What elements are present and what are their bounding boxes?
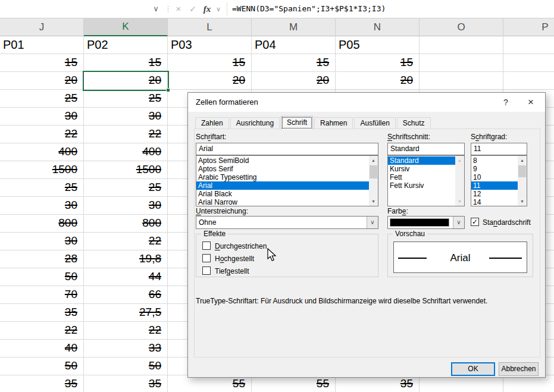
font-style-list[interactable]: StandardKursivFettFett Kursiv ▲ ▼ (387, 155, 465, 206)
list-item[interactable]: 14 (471, 198, 518, 206)
cell[interactable]: 25 (84, 179, 168, 197)
effect-checkbox[interactable] (202, 266, 211, 275)
cell[interactable]: 44 (84, 268, 168, 286)
cell[interactable]: 1500 (0, 161, 84, 179)
name-box[interactable] (0, 0, 150, 18)
cell[interactable]: P01 (0, 36, 84, 54)
font-list-scrollbar[interactable]: ▲ ▼ (369, 156, 378, 206)
cell[interactable]: 25 (0, 179, 84, 197)
column-header-O[interactable]: O (420, 18, 503, 36)
cell[interactable]: P05 (336, 36, 420, 54)
chevron-down-icon[interactable]: ∨ (367, 217, 378, 228)
list-item[interactable]: Arial Black (196, 190, 369, 198)
cell[interactable]: 50 (0, 268, 84, 286)
cell[interactable]: 22 (84, 233, 168, 250)
font-size-list[interactable]: 8910111214 ▲ ▼ (471, 155, 527, 206)
cell[interactable] (420, 36, 503, 54)
tab-ausfüllen[interactable]: Ausfüllen (354, 117, 395, 129)
cell[interactable]: 55 (168, 375, 252, 392)
column-header-M[interactable]: M (252, 18, 336, 36)
column-header-P[interactable]: P (503, 18, 554, 36)
formula-input[interactable]: =WENN(D3="Spanien";I3+$P$1*I3;I3) (232, 0, 554, 18)
cell[interactable]: 30 (84, 108, 168, 126)
cell[interactable] (503, 54, 554, 72)
cell[interactable]: 27,5 (84, 304, 168, 322)
list-item[interactable]: Arial Narrow (196, 198, 369, 206)
tab-zahlen[interactable]: Zahlen (195, 117, 229, 129)
cell[interactable]: 15 (0, 54, 84, 72)
font-list[interactable]: Aptos SemiBoldAptos SerifArabic Typesett… (196, 155, 378, 206)
list-item[interactable]: 8 (471, 156, 518, 165)
cell[interactable]: 800 (84, 215, 168, 233)
scroll-up-icon[interactable]: ▲ (369, 156, 378, 165)
cell[interactable]: 70 (0, 286, 84, 304)
cell[interactable]: 20 (252, 72, 336, 90)
cell[interactable]: 1500 (84, 161, 168, 179)
cell[interactable]: 30 (0, 233, 84, 250)
scrollbar-thumb[interactable] (518, 165, 526, 177)
standard-font-checkbox[interactable]: ✓ (471, 218, 479, 226)
cell[interactable]: 22 (84, 322, 168, 340)
cell[interactable]: 55 (252, 375, 336, 392)
cell[interactable]: 15 (252, 54, 336, 72)
list-item[interactable]: Kursiv (388, 165, 455, 173)
cell[interactable]: 400 (0, 143, 84, 161)
cell[interactable]: 33 (84, 340, 168, 357)
cell[interactable]: 35 (84, 375, 168, 392)
column-header-L[interactable]: L (168, 18, 252, 36)
cell[interactable] (420, 375, 503, 392)
cell[interactable]: 35 (0, 375, 84, 392)
cell[interactable]: 15 (84, 54, 168, 72)
column-header-J[interactable]: J (0, 18, 84, 36)
cancel-button[interactable]: Abbrechen (499, 362, 539, 376)
underline-combobox[interactable]: Ohne ∨ (196, 216, 378, 229)
chevron-down-icon[interactable]: ∨ (453, 217, 464, 228)
list-item[interactable]: Fett Kursiv (388, 181, 455, 190)
cell[interactable]: 20 (0, 72, 84, 90)
cell[interactable] (503, 36, 554, 54)
tab-schrift[interactable]: Schrift (281, 116, 313, 130)
ok-button[interactable]: OK (451, 362, 495, 376)
scroll-down-icon[interactable]: ▼ (369, 197, 378, 206)
cell[interactable]: 20 (336, 72, 420, 90)
tab-schutz[interactable]: Schutz (397, 117, 431, 129)
column-header-K[interactable]: K (84, 18, 168, 36)
cell[interactable]: 20 (168, 72, 252, 90)
cell[interactable]: 22 (84, 126, 168, 143)
cell[interactable]: 15 (168, 54, 252, 72)
tab-rahmen[interactable]: Rahmen (314, 117, 353, 129)
cell[interactable]: 50 (0, 357, 84, 375)
cell[interactable]: P04 (252, 36, 336, 54)
list-item[interactable]: Aptos SemiBold (196, 156, 369, 165)
scrollbar-thumb[interactable] (370, 165, 377, 178)
cell[interactable]: 25 (0, 90, 84, 108)
list-item[interactable]: 11 (471, 181, 518, 190)
font-size-input[interactable]: 11 (471, 143, 527, 155)
cell[interactable]: 35 (336, 375, 420, 392)
cell[interactable]: 30 (0, 108, 84, 126)
cell[interactable]: 20 (84, 72, 168, 90)
scroll-up-icon[interactable]: ▲ (518, 156, 527, 165)
cell[interactable]: 50 (84, 357, 168, 375)
cell[interactable]: 35 (0, 304, 84, 322)
cell[interactable]: 22 (0, 322, 84, 340)
list-item[interactable]: 12 (471, 190, 518, 198)
list-item[interactable]: Arial (196, 181, 369, 190)
cell[interactable]: 400 (84, 143, 168, 161)
cell[interactable] (420, 54, 503, 72)
font-name-input[interactable]: Arial (196, 143, 378, 155)
cell[interactable]: 25 (84, 90, 168, 108)
effect-checkbox[interactable] (202, 254, 211, 262)
column-header-N[interactable]: N (336, 18, 420, 36)
help-icon[interactable]: ? (499, 93, 512, 112)
cell[interactable] (503, 375, 554, 392)
list-item[interactable]: 10 (471, 173, 518, 181)
cell[interactable]: 28 (0, 250, 84, 268)
font-style-input[interactable]: Standard (387, 143, 465, 155)
cell[interactable]: 800 (0, 215, 84, 233)
formula-bar-chevron-icon[interactable]: ∨ (213, 0, 224, 18)
font-size-scrollbar[interactable]: ▲ ▼ (518, 156, 527, 206)
cell[interactable]: 66 (84, 286, 168, 304)
list-item[interactable]: Aptos Serif (196, 165, 369, 173)
cell[interactable]: P02 (84, 36, 168, 54)
